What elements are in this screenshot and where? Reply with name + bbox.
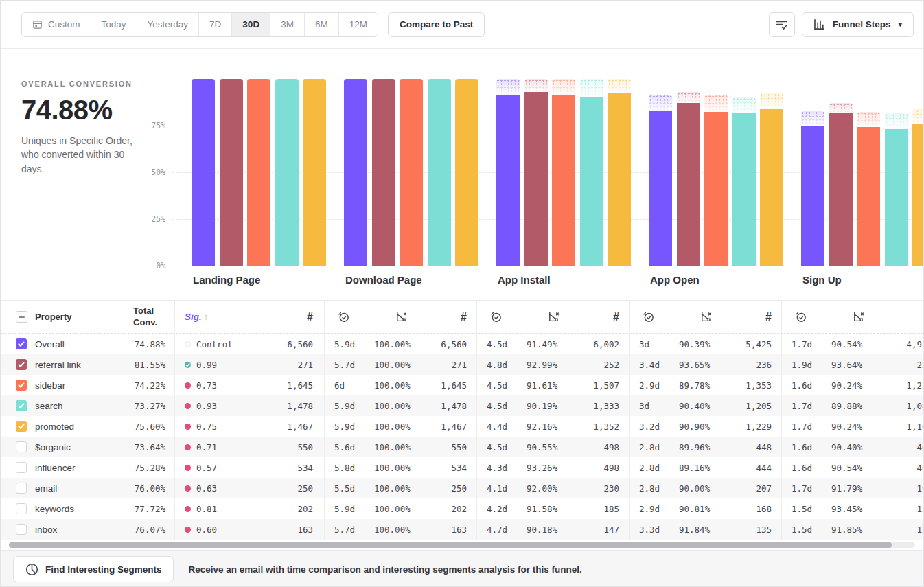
- bar-sidebar[interactable]: [400, 79, 423, 266]
- time-column-header[interactable]: [782, 310, 831, 323]
- row-checkbox[interactable]: [16, 380, 27, 391]
- step-count: 6,560: [436, 339, 476, 349]
- bar-promoted[interactable]: [303, 79, 326, 266]
- significance-cell: 0.81: [175, 504, 217, 514]
- funnel-steps-button[interactable]: Funnel Steps ▾: [802, 12, 914, 37]
- bar-Overall[interactable]: [496, 95, 520, 266]
- bar-referral-link[interactable]: [829, 113, 853, 266]
- bar-search[interactable]: [275, 79, 299, 266]
- time-to-convert: 3.3d: [630, 525, 679, 535]
- step-cells-app-open: 3d90.40%1,205: [629, 395, 781, 416]
- bar-Overall[interactable]: [192, 79, 215, 266]
- date-range-12m[interactable]: 12M: [338, 13, 378, 36]
- bar-sidebar[interactable]: [704, 112, 728, 266]
- date-range-30d[interactable]: 30D: [231, 13, 270, 36]
- chevron-down-icon: ▾: [898, 20, 902, 29]
- scrollbar-thumb[interactable]: [9, 542, 892, 548]
- bar-promoted[interactable]: [760, 109, 783, 266]
- row-checkbox[interactable]: [16, 462, 27, 473]
- table-row[interactable]: promoted75.60%0.751,4675.9d100.00%1,4674…: [1, 416, 923, 437]
- row-checkbox[interactable]: [16, 483, 27, 494]
- row-checkbox[interactable]: [16, 338, 27, 349]
- row-checkbox[interactable]: [16, 524, 27, 535]
- date-range-today[interactable]: Today: [91, 13, 137, 36]
- checkbox-check-icon: [18, 341, 25, 347]
- count-column-header[interactable]: #: [741, 311, 781, 323]
- row-checkbox-cell: [1, 338, 35, 349]
- row-checkbox[interactable]: [16, 441, 27, 452]
- row-checkbox[interactable]: [16, 400, 27, 411]
- table-row[interactable]: email76.00%0.632505.5d100.00%2504.1d92.0…: [1, 478, 923, 498]
- step-cells-sign-up: 1.9d93.64%221: [781, 354, 924, 375]
- count-column-header[interactable]: #: [436, 311, 476, 323]
- date-range-6m[interactable]: 6M: [304, 13, 338, 36]
- step-cells-app-install: 4.5d91.49%6,002: [476, 334, 629, 354]
- conversion-rate: 90.40%: [679, 401, 741, 411]
- table-row[interactable]: keywords77.72%0.812025.9d100.00%2024.2d9…: [1, 498, 923, 519]
- bar-sidebar[interactable]: [247, 79, 270, 266]
- count-column-header[interactable]: #: [208, 311, 324, 323]
- property-name: keywords: [35, 504, 128, 514]
- time-to-convert: 3.4d: [630, 360, 679, 370]
- bar-referral-link[interactable]: [220, 79, 243, 266]
- bar-sidebar[interactable]: [552, 95, 575, 266]
- table-row[interactable]: search73.27%0.931,4785.9d100.00%1,4784.5…: [1, 395, 923, 416]
- step-header-app-install: #: [476, 301, 629, 333]
- table-row[interactable]: referral link81.55%0.992715.7d100.00%271…: [1, 354, 923, 375]
- table-row[interactable]: influencer75.28%0.575345.8d100.00%5344.3…: [1, 457, 923, 478]
- bar-Overall[interactable]: [649, 111, 672, 266]
- step-cells-landing-page: 0.99271: [174, 354, 324, 375]
- conversion-column-header[interactable]: [374, 310, 436, 323]
- time-column-header[interactable]: [477, 310, 527, 323]
- bar-search[interactable]: [732, 113, 756, 266]
- count-column-header[interactable]: #: [588, 311, 629, 323]
- compare-to-past-button[interactable]: Compare to Past: [388, 12, 485, 37]
- table-row[interactable]: inbox76.07%0.601635.7d100.00%1634.7d90.1…: [1, 519, 923, 540]
- table-row[interactable]: $organic73.64%0.715505.6d100.00%5504.5d9…: [1, 437, 923, 457]
- row-checkbox[interactable]: [16, 421, 27, 432]
- step-header-download-page: #: [324, 301, 476, 333]
- find-interesting-segments-button[interactable]: Find Interesting Segments: [13, 556, 174, 582]
- date-range-yesterday[interactable]: Yesterday: [137, 13, 199, 36]
- time-to-convert: 1.6d: [782, 380, 831, 391]
- bar-referral-link[interactable]: [524, 92, 548, 266]
- date-range-3m[interactable]: 3M: [270, 13, 304, 36]
- step-count: 1,333: [588, 401, 629, 411]
- date-range-label: 6M: [315, 19, 328, 30]
- conversion-column-header[interactable]: [527, 310, 588, 323]
- sig-control-dot-icon: [185, 341, 191, 347]
- bar-referral-link[interactable]: [677, 103, 700, 266]
- conversion-column-header[interactable]: [679, 310, 741, 323]
- row-checkbox[interactable]: [16, 359, 27, 370]
- table-body: Overall74.88%Control6,5605.9d100.00%6,56…: [1, 334, 923, 540]
- checkbox-check-icon: [18, 361, 25, 368]
- bar-search[interactable]: [580, 97, 603, 266]
- bar-Overall[interactable]: [344, 79, 367, 266]
- bar-promoted[interactable]: [455, 79, 478, 266]
- conversion-column-header[interactable]: [831, 310, 893, 323]
- count-column-header[interactable]: #: [893, 311, 924, 323]
- bar-search[interactable]: [428, 79, 451, 266]
- date-range-7d[interactable]: 7D: [198, 13, 231, 36]
- bar-referral-link[interactable]: [372, 79, 395, 266]
- time-column-header[interactable]: [325, 310, 374, 323]
- select-all-checkbox-cell: [1, 311, 35, 323]
- filter-check-icon: [775, 18, 788, 31]
- date-range-custom[interactable]: Custom: [22, 13, 91, 36]
- table-row[interactable]: Overall74.88%Control6,5605.9d100.00%6,56…: [1, 334, 923, 354]
- select-all-checkbox[interactable]: [16, 311, 27, 323]
- sig-column-header[interactable]: Sig.↑: [175, 312, 208, 322]
- bar-promoted[interactable]: [608, 93, 631, 266]
- bar-Overall[interactable]: [801, 126, 824, 266]
- step-cells-sign-up: 1.6d90.54%402: [781, 457, 924, 478]
- bar-search[interactable]: [885, 129, 908, 266]
- row-checkbox[interactable]: [16, 503, 27, 514]
- bar-promoted[interactable]: [912, 124, 923, 266]
- total-conv-column-header[interactable]: Total Conv.: [128, 306, 174, 328]
- bar-sidebar[interactable]: [857, 127, 880, 266]
- table-row[interactable]: sidebar74.22%0.731,6456d100.00%1,6454.5d…: [1, 375, 923, 395]
- time-column-header[interactable]: [630, 310, 679, 323]
- filter-check-button[interactable]: [769, 12, 795, 37]
- property-column-header[interactable]: Property: [35, 312, 128, 322]
- step-cells-sign-up: 1.7d90.24%1,109: [781, 416, 924, 437]
